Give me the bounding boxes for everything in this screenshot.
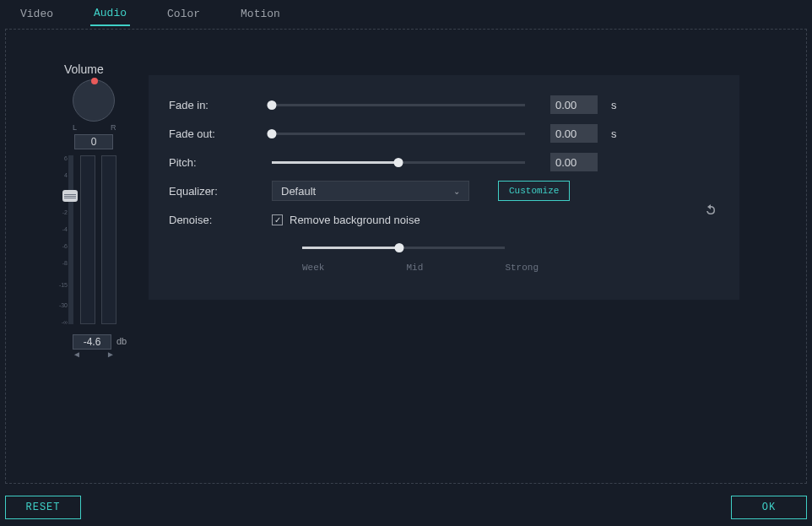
tab-audio[interactable]: Audio: [90, 2, 130, 26]
tabs-bar: Video Audio Color Motion: [0, 0, 812, 27]
tab-video[interactable]: Video: [17, 3, 57, 25]
fade-in-slider[interactable]: [272, 96, 525, 113]
meter-ticks: 6 4 0 -2 -4 -6 -8 -15 -30 -∞: [54, 155, 68, 324]
tab-motion[interactable]: Motion: [237, 3, 284, 25]
chevron-down-icon: ⌄: [453, 187, 460, 196]
settings-card: Fade in: s Fade out: s Pitch:: [149, 75, 739, 300]
fade-out-value[interactable]: [550, 124, 598, 143]
tick: 6: [64, 155, 68, 161]
tick: -∞: [62, 319, 68, 325]
reset-button[interactable]: RESET: [5, 496, 81, 519]
fade-in-row: Fade in: s: [169, 90, 719, 119]
tick: -4: [62, 226, 68, 232]
denoise-row: Denoise: ✓ Remove background noise: [169, 205, 719, 234]
fade-out-row: Fade out: s: [169, 119, 719, 148]
pitch-value[interactable]: [550, 153, 598, 171]
denoise-weak-label: Week: [302, 263, 324, 273]
denoise-strength-slider[interactable]: [302, 239, 505, 256]
fade-out-slider[interactable]: [272, 125, 525, 142]
tick: -6: [62, 243, 68, 249]
audio-panel: Volume L R 6 4 0 -2 -4 -6 -8 -15 -30 -∞ …: [5, 29, 807, 484]
tab-color[interactable]: Color: [164, 3, 203, 25]
fade-out-unit: s: [611, 127, 617, 140]
nudge-right-icon[interactable]: ►: [106, 350, 115, 359]
customize-button[interactable]: Customize: [498, 181, 570, 201]
footer: RESET OK: [5, 496, 807, 519]
equalizer-selected: Default: [281, 185, 316, 198]
denoise-strength-labels: Week Mid Strong: [302, 263, 539, 273]
equalizer-label: Equalizer:: [169, 185, 262, 198]
db-value-input[interactable]: [73, 334, 111, 350]
pan-value-input[interactable]: [74, 134, 113, 149]
denoise-mid-label: Mid: [406, 263, 423, 273]
ok-button[interactable]: OK: [731, 496, 807, 519]
equalizer-row: Equalizer: Default ⌄ Customize: [169, 176, 719, 205]
tick: -15: [59, 282, 68, 288]
tick: -30: [59, 302, 68, 308]
denoise-label: Denoise:: [169, 214, 262, 226]
level-meter-left: [80, 155, 95, 324]
fade-in-value[interactable]: [550, 95, 598, 114]
reset-denoise-icon[interactable]: [704, 203, 717, 220]
tick: 4: [64, 172, 68, 178]
nudge-arrows: ◄ ►: [73, 350, 115, 359]
db-unit-label: db: [116, 336, 127, 346]
denoise-strong-label: Strong: [505, 263, 539, 273]
fade-out-label: Fade out:: [169, 127, 262, 140]
denoise-strength-wrap: Week Mid Strong: [302, 239, 539, 273]
pitch-label: Pitch:: [169, 156, 262, 169]
fade-in-unit: s: [611, 99, 617, 111]
pan-label-right: R: [111, 123, 116, 132]
fade-in-label: Fade in:: [169, 99, 262, 111]
tick: -8: [62, 260, 68, 266]
nudge-left-icon[interactable]: ◄: [73, 350, 81, 359]
denoise-checkbox-label: Remove background noise: [290, 214, 420, 226]
denoise-checkbox-wrap: ✓ Remove background noise: [272, 214, 420, 226]
pan-label-left: L: [73, 123, 77, 132]
volume-meter-area: 6 4 0 -2 -4 -6 -8 -15 -30 -∞: [47, 155, 132, 324]
pitch-slider[interactable]: [272, 154, 525, 171]
denoise-checkbox[interactable]: ✓: [272, 214, 283, 225]
pan-knob[interactable]: [73, 79, 115, 122]
volume-heading: Volume: [64, 62, 104, 76]
volume-slider-track[interactable]: [68, 155, 73, 324]
pitch-row: Pitch:: [169, 148, 719, 176]
tick: -2: [62, 209, 68, 215]
volume-slider-thumb[interactable]: [62, 190, 78, 202]
level-meter-right: [101, 155, 116, 324]
equalizer-select[interactable]: Default ⌄: [272, 181, 469, 201]
